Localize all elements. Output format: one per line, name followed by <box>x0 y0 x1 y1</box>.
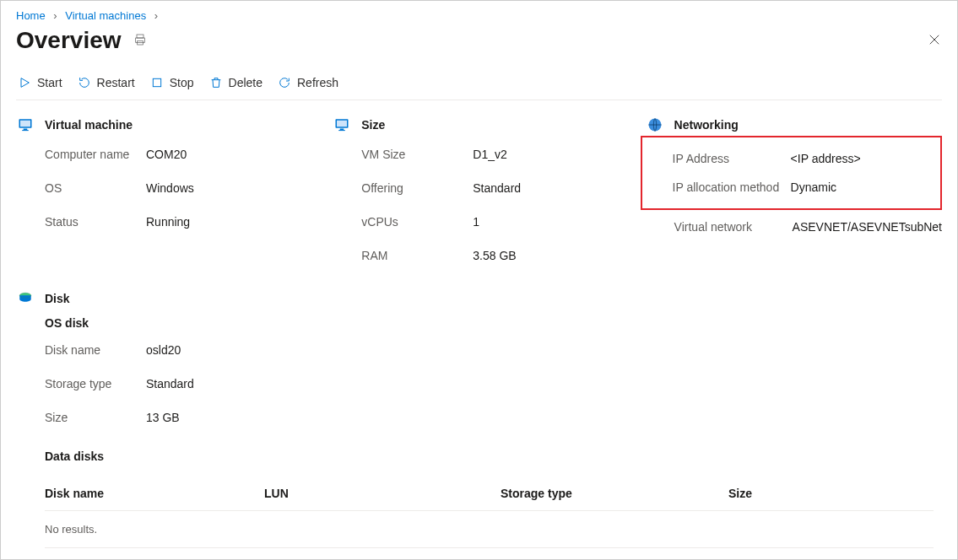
refresh-button[interactable]: Refresh <box>278 76 338 89</box>
data-disks-heading: Data disks <box>16 450 942 463</box>
svg-rect-0 <box>137 35 143 38</box>
size-heading: Size <box>333 117 645 132</box>
label-status: Status <box>45 215 146 229</box>
value-vcpus: 1 <box>473 215 479 229</box>
svg-rect-13 <box>340 129 344 131</box>
value-storage-type: Standard <box>146 377 194 390</box>
data-disks-table-head: Disk name LUN Storage type Size <box>45 478 934 511</box>
breadcrumb: Home › Virtual machines › <box>16 8 942 27</box>
svg-rect-12 <box>337 121 347 127</box>
restart-button[interactable]: Restart <box>78 76 135 89</box>
label-offering: Offering <box>361 181 473 195</box>
chevron-right-icon: › <box>149 9 163 22</box>
svg-rect-14 <box>339 130 346 131</box>
play-icon <box>18 76 31 89</box>
trash-icon <box>209 76 223 89</box>
label-vcpus: vCPUs <box>361 215 473 229</box>
svg-rect-9 <box>24 129 28 131</box>
svg-rect-8 <box>20 121 30 127</box>
monitor-icon <box>334 117 349 132</box>
value-disk-size: 13 GB <box>146 411 180 424</box>
value-os: Windows <box>146 181 194 195</box>
col-lun[interactable]: LUN <box>264 487 501 500</box>
label-ip: IP Address <box>673 152 791 165</box>
value-ram: 3.58 GB <box>473 249 516 262</box>
col-size[interactable]: Size <box>728 487 855 500</box>
label-ram: RAM <box>361 249 473 262</box>
close-icon[interactable] <box>927 32 942 50</box>
label-os: OS <box>45 181 146 195</box>
printer-icon[interactable] <box>133 33 147 49</box>
svg-rect-10 <box>22 130 29 131</box>
toolbar: Start Restart Stop Delete Refresh <box>16 67 942 100</box>
globe-icon <box>647 117 663 132</box>
value-alloc: Dynamic <box>791 180 836 194</box>
value-disk-name: osld20 <box>146 343 181 357</box>
monitor-icon <box>18 117 33 132</box>
value-vmsize: D1_v2 <box>473 148 506 161</box>
disk-heading: Disk <box>16 291 942 306</box>
stop-button[interactable]: Stop <box>150 76 194 89</box>
label-vnet: Virtual network <box>674 220 793 234</box>
networking-highlight: IP Address<IP address> IP allocation met… <box>641 136 942 210</box>
os-disk-heading: OS disk <box>16 316 942 330</box>
value-status: Running <box>146 215 190 229</box>
table-row-empty: No results. <box>45 511 934 548</box>
col-storage-type[interactable]: Storage type <box>501 487 728 500</box>
value-vnet: ASEVNET/ASEVNETsubNet <box>793 220 942 234</box>
breadcrumb-home[interactable]: Home <box>16 9 46 22</box>
label-disk-size: Size <box>45 411 146 424</box>
svg-marker-5 <box>21 78 29 88</box>
stop-icon <box>150 76 164 89</box>
label-vmsize: VM Size <box>361 148 473 161</box>
svg-rect-1 <box>135 38 144 42</box>
restart-icon <box>78 76 91 89</box>
value-offering: Standard <box>473 181 521 195</box>
vm-heading: Virtual machine <box>16 117 333 132</box>
start-button[interactable]: Start <box>18 76 62 89</box>
label-disk-name: Disk name <box>45 343 146 357</box>
breadcrumb-vms[interactable]: Virtual machines <box>65 9 146 22</box>
refresh-icon <box>278 76 291 89</box>
net-heading: Networking <box>646 117 942 132</box>
svg-rect-6 <box>153 78 160 86</box>
page-title: Overview <box>16 27 122 54</box>
col-disk-name[interactable]: Disk name <box>45 487 264 500</box>
label-computer-name: Computer name <box>45 148 146 161</box>
disk-icon <box>18 291 33 306</box>
delete-button[interactable]: Delete <box>209 76 263 89</box>
no-results-text: No results. <box>45 523 97 536</box>
chevron-right-icon: › <box>48 9 62 22</box>
label-alloc: IP allocation method <box>673 180 791 194</box>
value-ip: <IP address> <box>791 152 861 165</box>
value-computer-name: COM20 <box>146 148 187 161</box>
label-storage-type: Storage type <box>45 377 146 390</box>
